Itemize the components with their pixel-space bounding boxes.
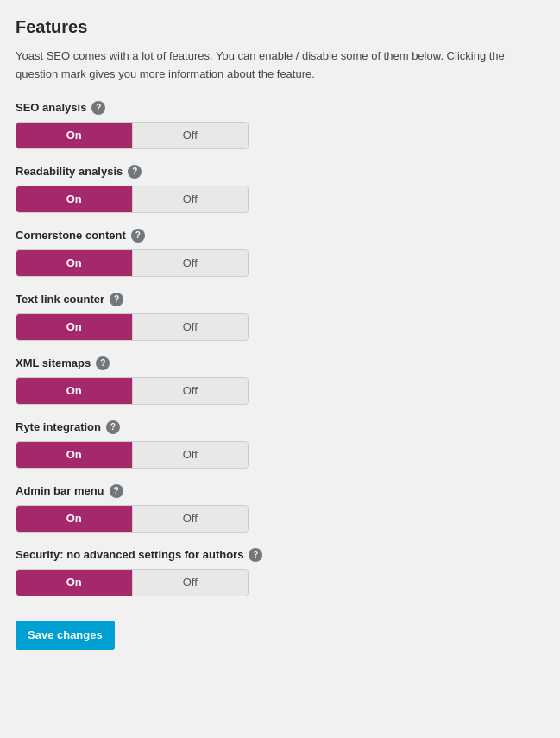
feature-label-admin-bar-menu: Admin bar menu [16,484,104,497]
toggle-seo-analysis: OnOff [16,122,249,149]
feature-label-row-seo-analysis: SEO analysis? [16,101,544,115]
toggle-on-seo-analysis[interactable]: On [16,123,132,148]
save-changes-button[interactable]: Save changes [16,621,115,650]
feature-label-readability-analysis: Readability analysis [16,165,123,178]
help-icon-readability-analysis[interactable]: ? [128,165,142,179]
toggle-on-xml-sitemaps[interactable]: On [16,378,132,404]
toggle-off-security-no-advanced[interactable]: Off [133,570,249,596]
feature-label-row-readability-analysis: Readability analysis? [16,165,544,179]
feature-label-seo-analysis: SEO analysis [16,101,86,114]
feature-label-xml-sitemaps: XML sitemaps [16,356,91,369]
toggle-security-no-advanced: OnOff [16,569,249,596]
toggle-off-text-link-counter[interactable]: Off [133,314,249,340]
toggle-xml-sitemaps: OnOff [16,377,249,405]
toggle-cornerstone-content: OnOff [16,249,249,277]
help-icon-cornerstone-content[interactable]: ? [131,229,145,243]
toggle-on-ryte-integration[interactable]: On [16,442,132,468]
toggle-off-readability-analysis[interactable]: Off [133,186,249,212]
help-icon-xml-sitemaps[interactable]: ? [96,356,110,370]
feature-section-seo-analysis: SEO analysis?OnOff [16,101,544,149]
feature-section-admin-bar-menu: Admin bar menu?OnOff [16,484,544,533]
feature-section-xml-sitemaps: XML sitemaps?OnOff [16,356,544,405]
feature-section-text-link-counter: Text link counter?OnOff [16,293,544,341]
page-description: Yoast SEO comes with a lot of features. … [16,47,544,84]
feature-label-row-admin-bar-menu: Admin bar menu? [16,484,544,498]
help-icon-text-link-counter[interactable]: ? [110,293,123,306]
feature-label-ryte-integration: Ryte integration [16,420,101,433]
page-container: Features Yoast SEO comes with a lot of f… [0,0,560,738]
toggle-on-security-no-advanced[interactable]: On [16,570,132,596]
feature-section-readability-analysis: Readability analysis?OnOff [16,165,544,213]
features-list: SEO analysis?OnOffReadability analysis?O… [16,101,544,596]
feature-label-row-text-link-counter: Text link counter? [16,293,544,306]
feature-label-row-security-no-advanced: Security: no advanced settings for autho… [16,548,544,562]
toggle-on-text-link-counter[interactable]: On [16,314,132,340]
toggle-ryte-integration: OnOff [16,441,249,469]
feature-label-cornerstone-content: Cornerstone content [16,229,126,242]
toggle-off-xml-sitemaps[interactable]: Off [133,378,249,404]
feature-label-text-link-counter: Text link counter [16,293,104,306]
toggle-admin-bar-menu: OnOff [16,505,249,533]
toggle-on-readability-analysis[interactable]: On [16,186,132,212]
help-icon-admin-bar-menu[interactable]: ? [110,484,123,498]
feature-section-ryte-integration: Ryte integration?OnOff [16,420,544,469]
feature-section-cornerstone-content: Cornerstone content?OnOff [16,229,544,277]
feature-label-row-xml-sitemaps: XML sitemaps? [16,356,544,370]
feature-section-security-no-advanced: Security: no advanced settings for autho… [16,548,544,596]
feature-label-row-ryte-integration: Ryte integration? [16,420,544,434]
help-icon-seo-analysis[interactable]: ? [91,101,105,115]
feature-label-row-cornerstone-content: Cornerstone content? [16,229,544,243]
toggle-on-admin-bar-menu[interactable]: On [16,506,132,532]
toggle-off-ryte-integration[interactable]: Off [133,442,249,468]
toggle-off-admin-bar-menu[interactable]: Off [133,506,249,532]
toggle-on-cornerstone-content[interactable]: On [16,250,132,276]
page-title: Features [16,17,544,37]
toggle-off-seo-analysis[interactable]: Off [133,123,249,148]
toggle-off-cornerstone-content[interactable]: Off [133,250,249,276]
help-icon-security-no-advanced[interactable]: ? [249,548,262,562]
feature-label-security-no-advanced: Security: no advanced settings for autho… [16,548,243,561]
help-icon-ryte-integration[interactable]: ? [106,420,120,434]
toggle-text-link-counter: OnOff [16,313,249,341]
save-button-label: Save changes [28,628,103,641]
toggle-readability-analysis: OnOff [16,186,249,213]
